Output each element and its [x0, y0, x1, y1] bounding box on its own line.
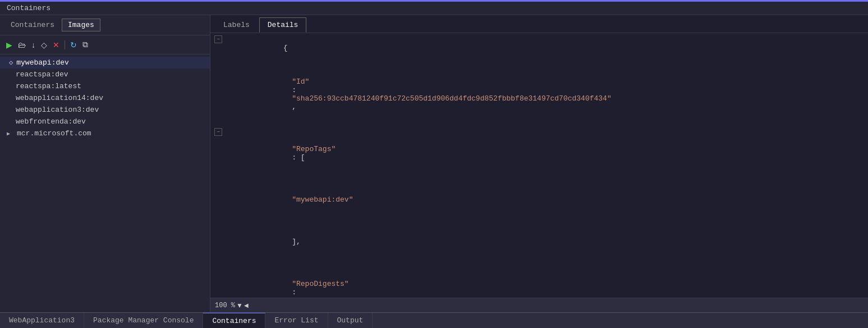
- tab-labels[interactable]: Labels: [215, 17, 258, 33]
- line-content: "RepoTags" : [: [226, 128, 868, 179]
- line-content: "Id" : "sha256:93ccb4781240f91c72c505d1d…: [226, 61, 868, 128]
- window-title: Containers: [0, 2, 868, 15]
- tab-details[interactable]: Details: [259, 17, 307, 33]
- play-button[interactable]: ▶: [4, 39, 14, 51]
- delete-button[interactable]: ✕: [51, 39, 61, 51]
- line-content: ],: [226, 221, 868, 263]
- tag-icon: ◇: [9, 58, 13, 67]
- list-item[interactable]: reactspa:dev: [0, 69, 210, 80]
- tab-containers[interactable]: Containers: [4, 19, 61, 31]
- image-name: reactspa:latest: [16, 82, 81, 90]
- bottom-tab-error-list[interactable]: Error List: [265, 313, 328, 328]
- expand-arrow-icon: ▶: [7, 130, 13, 137]
- list-item[interactable]: ◇ mywebapi:dev: [0, 57, 210, 69]
- list-item[interactable]: reactspa:latest: [0, 80, 210, 92]
- refresh-button[interactable]: ↻: [68, 39, 79, 51]
- line-content: {: [226, 35, 868, 61]
- json-line: ],: [210, 221, 868, 263]
- bottom-tabs: WebApplication3 Package Manager Console …: [0, 312, 868, 328]
- image-list: ◇ mywebapi:dev reactspa:dev reactspa:lat…: [0, 54, 210, 312]
- line-gutter: −: [210, 35, 226, 43]
- image-name: webfrontenda:dev: [16, 117, 86, 126]
- bottom-tab-output[interactable]: Output: [328, 313, 373, 328]
- zoom-level: 100 %: [215, 302, 235, 309]
- bottom-tab-containers[interactable]: Containers: [203, 313, 265, 328]
- toolbar-separator: [65, 40, 65, 49]
- main-area: Containers Containers Images ▶ 🗁 ↓ ◇ ✕ ↻…: [0, 2, 868, 328]
- json-line: "RepoDigests" : [] ,: [210, 263, 868, 298]
- list-item[interactable]: webfrontenda:dev: [0, 116, 210, 127]
- json-key: "RepoDigests": [292, 280, 348, 288]
- json-value: []: [292, 297, 301, 298]
- line-gutter: −: [210, 128, 226, 136]
- image-name: reactspa:dev: [16, 70, 68, 79]
- json-content[interactable]: − { "Id" : "sha256:93ccb4781240f91c72c50…: [210, 33, 868, 298]
- line-content: "mywebapi:dev": [226, 179, 868, 221]
- main-panel: Labels Details − {: [210, 15, 868, 312]
- collapse-button[interactable]: −: [214, 35, 222, 43]
- json-line: − {: [210, 35, 868, 61]
- open-folder-button[interactable]: 🗁: [16, 39, 27, 51]
- json-line: "mywebapi:dev": [210, 179, 868, 221]
- open-brace: {: [283, 44, 288, 52]
- bottom-tab-webapplication3[interactable]: WebApplication3: [0, 313, 84, 328]
- json-key: "Id": [292, 78, 309, 86]
- json-line: − "RepoTags" : [: [210, 128, 868, 179]
- sidebar: Containers Images ▶ 🗁 ↓ ◇ ✕ ↻ ⧉ ◇ myweba…: [0, 15, 210, 312]
- tag-button[interactable]: ◇: [39, 39, 49, 51]
- main-tabs: Labels Details: [210, 15, 868, 33]
- content-wrapper: Containers Images ▶ 🗁 ↓ ◇ ✕ ↻ ⧉ ◇ myweba…: [0, 15, 868, 312]
- json-line: "Id" : "sha256:93ccb4781240f91c72c505d1d…: [210, 61, 868, 128]
- scroll-left-button[interactable]: ◀: [244, 302, 249, 308]
- list-item[interactable]: ▶ mcr.microsoft.com: [0, 127, 210, 139]
- image-name: webapplication14:dev: [16, 94, 103, 102]
- image-name: webapplication3:dev: [16, 106, 99, 114]
- zoom-control: 100 % ▼ ◀: [215, 302, 249, 309]
- json-value: "sha256:93ccb4781240f91c72c505d1d906dd4f…: [292, 94, 612, 103]
- json-key: "RepoTags": [292, 145, 336, 153]
- tab-images[interactable]: Images: [62, 19, 100, 31]
- image-name: mywebapi:dev: [16, 58, 69, 67]
- copy-button[interactable]: ⧉: [81, 39, 90, 51]
- zoom-dropdown-button[interactable]: ▼: [236, 302, 243, 309]
- line-content: "RepoDigests" : [] ,: [226, 263, 868, 298]
- pull-button[interactable]: ↓: [30, 39, 37, 51]
- json-value: "mywebapi:dev": [292, 195, 353, 204]
- image-toolbar: ▶ 🗁 ↓ ◇ ✕ ↻ ⧉: [0, 35, 210, 54]
- collapse-button[interactable]: −: [214, 128, 222, 136]
- bottom-tab-package-manager[interactable]: Package Manager Console: [84, 313, 203, 328]
- status-bar: 100 % ▼ ◀: [210, 298, 868, 312]
- sidebar-tabs: Containers Images: [0, 15, 210, 35]
- group-name: mcr.microsoft.com: [17, 129, 91, 138]
- list-item[interactable]: webapplication14:dev: [0, 92, 210, 104]
- list-item[interactable]: webapplication3:dev: [0, 104, 210, 116]
